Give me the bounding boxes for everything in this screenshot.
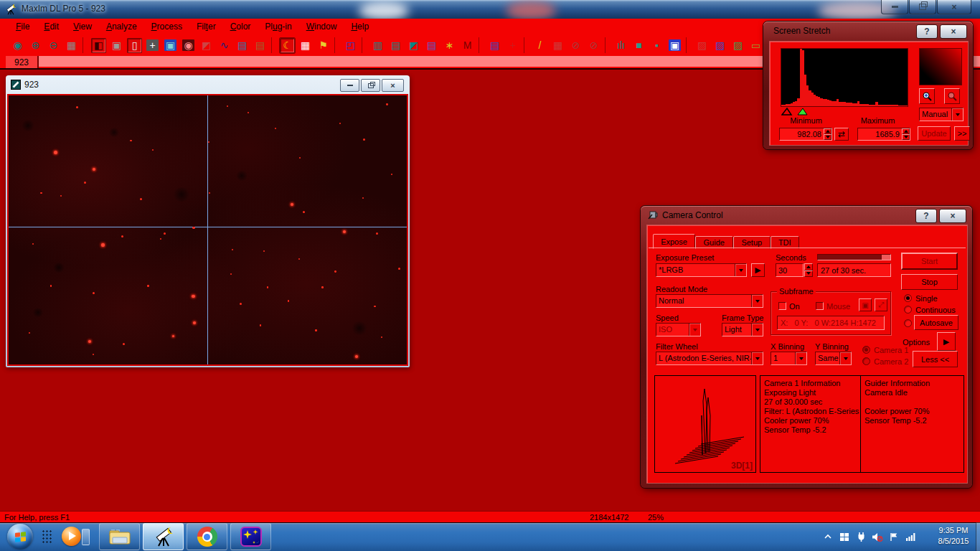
calibration-wizard-button[interactable]: ▭ — [748, 38, 763, 53]
zoom-out-button[interactable] — [944, 88, 960, 104]
help-button[interactable]: ? — [915, 209, 937, 223]
taskbar-planetarium-app-button[interactable] — [230, 523, 271, 550]
taskbar-maxim-dl-button[interactable] — [143, 523, 184, 550]
taskbar-chrome-button[interactable] — [187, 523, 227, 550]
minimum-field[interactable]: 982.08 — [779, 128, 832, 141]
magnitude-tool-button[interactable]: M — [460, 38, 475, 53]
swap-min-max-button[interactable]: ⇄ — [834, 128, 849, 141]
pixel-grid-button[interactable]: ▦ — [64, 38, 79, 53]
subframe-on-checkbox[interactable] — [778, 302, 786, 310]
hot-pixel-button[interactable]: ▦ — [550, 38, 565, 53]
exposure-preset-dropdown[interactable] — [735, 264, 746, 276]
min-marker-icon[interactable] — [781, 108, 793, 116]
graph-curve-button[interactable]: ∿ — [217, 38, 232, 53]
tab-923[interactable]: 923 — [6, 56, 39, 68]
y-binning-select[interactable]: Same — [815, 352, 852, 365]
histogram-chart-button[interactable]: ılı — [613, 38, 628, 53]
hidden-icons-chevron-icon[interactable] — [822, 531, 834, 542]
seconds-spin-up[interactable] — [804, 263, 813, 270]
minimize-button[interactable] — [881, 0, 908, 14]
menu-analyze[interactable]: Analyze — [99, 19, 144, 34]
image-borders-button[interactable]: ▣ — [667, 38, 682, 53]
night-vision-button[interactable]: ☾ — [280, 38, 295, 53]
max-spin-down[interactable] — [902, 134, 910, 140]
menu-help[interactable]: Help — [344, 19, 376, 34]
menu-window[interactable]: Window — [299, 19, 344, 34]
zoom-tool-button[interactable]: ◉ — [10, 38, 25, 53]
starfield-image[interactable] — [9, 95, 407, 364]
mouse-mode-button[interactable]: ▯ — [127, 38, 142, 53]
options-button[interactable]: ▶ — [937, 332, 956, 351]
close-button[interactable]: × — [937, 0, 971, 14]
clean-up-button[interactable]: / — [532, 38, 547, 53]
menu-color[interactable]: Color — [223, 19, 258, 34]
menu-edit[interactable]: Edit — [37, 19, 66, 34]
image-window-titlebar[interactable]: 923 × — [6, 75, 410, 94]
menu-view[interactable]: View — [66, 19, 99, 34]
histogram[interactable] — [781, 48, 908, 107]
volume-muted-icon[interactable] — [872, 531, 883, 542]
tab-expose[interactable]: Expose — [653, 234, 695, 249]
expand-button[interactable]: >> — [954, 126, 970, 141]
combine-color-button[interactable]: ▨ — [730, 38, 745, 53]
menu-plugin[interactable]: Plug-in — [258, 19, 298, 34]
observatory-control-button[interactable]: ▤ — [424, 38, 439, 53]
combine-red-button[interactable]: ▨ — [694, 38, 710, 53]
crop-image-button[interactable]: ▪ — [649, 38, 664, 53]
menu-file[interactable]: File — [9, 19, 37, 34]
zoom-out-button[interactable]: ⊖ — [46, 38, 61, 53]
start-button[interactable] — [7, 524, 33, 550]
filter-wheel-dropdown[interactable] — [751, 352, 763, 364]
menu-process[interactable]: Process — [144, 19, 189, 34]
stop-button[interactable]: Stop — [901, 274, 958, 290]
stretch-mode-select[interactable]: Manual — [919, 108, 963, 121]
remove-gradient-button[interactable]: ⊘ — [568, 38, 583, 53]
show-desktop-button[interactable] — [976, 522, 980, 551]
y-binning-dropdown[interactable] — [839, 352, 851, 364]
exposure-preset-select[interactable]: *LRGB — [656, 263, 747, 277]
single-radio[interactable] — [904, 294, 912, 302]
action-flag-icon[interactable] — [888, 531, 900, 542]
min-spin-down[interactable] — [824, 134, 831, 140]
screen-stretch-titlebar[interactable]: Screen Stretch ? × — [763, 22, 973, 39]
filter-wheel-select[interactable]: L (Astrodon E-Series, NIR-b — [656, 352, 763, 365]
image-minimize-button[interactable] — [340, 79, 359, 92]
angle-measure-button[interactable]: ◩ — [406, 38, 421, 53]
line-profile-button[interactable]: ▥ — [370, 38, 385, 53]
readout-mode-select[interactable]: Normal — [656, 294, 763, 308]
zoom-in-button[interactable] — [919, 88, 935, 104]
readout-mode-dropdown[interactable] — [751, 295, 763, 307]
resize-image-button[interactable]: ■ — [631, 38, 646, 53]
continuous-radio[interactable] — [904, 306, 912, 314]
network-signal-icon[interactable] — [905, 531, 916, 542]
maximum-field[interactable]: 1685.9 — [857, 128, 910, 141]
min-spin-up[interactable] — [824, 128, 831, 134]
frame-type-dropdown[interactable] — [751, 324, 763, 336]
batch-convert-button[interactable]: ⚑ — [316, 38, 331, 53]
align-stack-button[interactable]: ▤ — [253, 38, 268, 53]
seconds-field[interactable]: 30 — [776, 263, 804, 277]
menu-filter[interactable]: Filter — [189, 19, 223, 34]
desktop-window-icon[interactable] — [839, 531, 850, 542]
taskbar-file-explorer-button[interactable] — [99, 523, 140, 550]
max-spin-up[interactable] — [902, 128, 910, 134]
stretch-mode-dropdown[interactable] — [951, 108, 963, 121]
taskbar-windows-media-player-button[interactable] — [60, 526, 92, 547]
fits-header-button[interactable]: ▦ — [298, 38, 313, 53]
less-button[interactable]: Less << — [913, 351, 958, 367]
flatten-background-button[interactable]: ⊘ — [586, 38, 601, 53]
ruler-button[interactable]: ▤ — [388, 38, 403, 53]
screen-layout-button[interactable]: ◰ — [343, 38, 358, 53]
autosave-radio[interactable] — [904, 319, 912, 327]
start-button[interactable]: Start — [901, 253, 958, 270]
power-plug-icon[interactable] — [855, 531, 867, 542]
information-window-button[interactable]: ▣ — [163, 38, 178, 53]
zoom-in-button[interactable]: ⊕ — [28, 38, 43, 53]
restore-button[interactable] — [909, 0, 936, 14]
star-measure-button[interactable]: ∗ — [442, 38, 457, 53]
taskbar-clock[interactable]: 9:35 PM 8/5/2015 — [931, 525, 976, 547]
autosave-button[interactable]: Autosave — [914, 315, 958, 330]
copy-image-button[interactable]: ▤ — [487, 38, 502, 53]
camera-control-titlebar[interactable]: Camera Control ? × — [641, 206, 972, 223]
update-button[interactable]: Update — [918, 126, 951, 141]
